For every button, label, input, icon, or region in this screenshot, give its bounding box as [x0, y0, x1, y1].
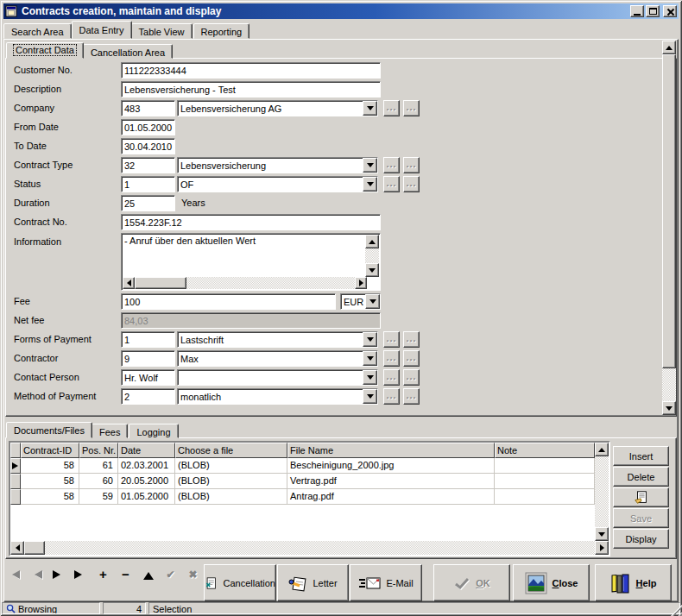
company-combo[interactable]: Lebensversicherung AG [177, 100, 378, 116]
from-date-input[interactable]: 01.05.2000 [121, 119, 175, 135]
status-combo[interactable]: OF [177, 176, 378, 192]
insert-button[interactable]: Insert [613, 446, 669, 466]
description-input[interactable]: Lebensversicherung - Test [121, 81, 381, 97]
col-pos-nr[interactable]: Pos. Nr. [79, 443, 118, 458]
nav-delete-button[interactable]: − [119, 569, 132, 581]
scroll-up-button[interactable] [365, 235, 379, 248]
documents-grid[interactable]: Contract-ID Pos. Nr. Date Choose a file … [9, 441, 610, 556]
forms-of-payment-dropdown-button[interactable] [363, 332, 377, 347]
company-detail-button[interactable]: ... [403, 100, 420, 116]
table-row[interactable]: 58 60 20.05.2000 (BLOB) Vertrag.pdf [10, 474, 595, 489]
fee-input[interactable]: 100 [121, 293, 336, 310]
nav-edit-button[interactable] [142, 569, 155, 581]
nav-next-button[interactable] [52, 569, 65, 581]
scroll-thumb[interactable] [135, 277, 186, 289]
scroll-right-button[interactable] [595, 541, 609, 555]
method-of-payment-lookup-button[interactable]: ... [383, 388, 400, 405]
cancellation-button[interactable]: Cancellation [204, 564, 276, 601]
contract-type-detail-button[interactable]: ... [403, 157, 420, 173]
scroll-up-button[interactable] [662, 41, 676, 54]
minimize-button[interactable] [630, 5, 644, 17]
information-hscrollbar[interactable] [123, 277, 367, 289]
tab-table-view[interactable]: Table View [131, 23, 193, 39]
contact-person-detail-button[interactable]: ... [403, 369, 420, 386]
method-of-payment-code-input[interactable]: 2 [121, 388, 175, 405]
nav-insert-button[interactable]: + [97, 569, 110, 581]
letter-button[interactable]: Letter [277, 564, 349, 601]
tab-reporting[interactable]: Reporting [193, 23, 250, 39]
contract-no-input[interactable]: 1554.223F.12 [121, 214, 381, 230]
forms-of-payment-detail-button[interactable]: ... [403, 331, 420, 348]
tab-data-entry[interactable]: Data Entry [72, 21, 132, 39]
contractor-lookup-button[interactable]: ... [383, 350, 400, 367]
scroll-right-button[interactable] [355, 277, 367, 289]
customer-no-input[interactable]: 111222333444 [121, 62, 381, 79]
information-memo[interactable]: - Anruf über den aktuellen Wert [121, 233, 381, 291]
grid-vscrollbar[interactable] [595, 443, 609, 541]
forms-of-payment-combo[interactable]: Lastschrift [177, 331, 378, 348]
currency-dropdown-button[interactable] [365, 294, 380, 309]
table-row[interactable]: 58 59 01.05.2000 (BLOB) Antrag.pdf [10, 489, 595, 505]
company-dropdown-button[interactable] [363, 101, 377, 116]
status-detail-button[interactable]: ... [403, 176, 420, 192]
col-choose-file[interactable]: Choose a file [175, 443, 287, 458]
delete-button[interactable]: Delete [613, 467, 669, 487]
scroll-down-button[interactable] [662, 401, 676, 415]
form-vscrollbar[interactable] [662, 41, 676, 415]
contractor-combo[interactable]: Max [177, 350, 378, 367]
nav-first-button[interactable] [7, 569, 20, 581]
contractor-code-input[interactable]: 9 [121, 350, 175, 367]
information-vscrollbar[interactable] [365, 235, 379, 277]
contract-type-dropdown-button[interactable] [363, 158, 377, 173]
status-lookup-button[interactable]: ... [383, 176, 400, 192]
col-note[interactable]: Note [495, 443, 595, 458]
method-of-payment-detail-button[interactable]: ... [403, 388, 420, 405]
to-date-input[interactable]: 30.04.2010 [121, 138, 175, 154]
grid-hscrollbar[interactable] [10, 541, 609, 555]
close-button[interactable]: Close [513, 564, 590, 601]
tab-documents-files[interactable]: Documents/Files [6, 422, 92, 438]
scroll-left-button[interactable] [123, 277, 135, 289]
company-code-input[interactable]: 483 [121, 100, 175, 116]
scroll-down-button[interactable] [595, 527, 609, 541]
maximize-button[interactable] [646, 5, 660, 17]
method-of-payment-dropdown-button[interactable] [363, 389, 377, 404]
duration-input[interactable]: 25 [121, 195, 175, 211]
scroll-up-button[interactable] [595, 443, 609, 456]
method-of-payment-combo[interactable]: monatlich [177, 388, 378, 405]
close-window-button[interactable] [663, 5, 677, 17]
email-button[interactable]: E-Mail [350, 564, 422, 601]
tab-fees[interactable]: Fees [92, 424, 128, 438]
forms-of-payment-lookup-button[interactable]: ... [383, 331, 400, 348]
table-row[interactable]: 58 61 02.03.2001 (BLOB) Bescheinigung_20… [10, 458, 595, 474]
contact-person-combo[interactable] [177, 369, 378, 386]
contractor-dropdown-button[interactable] [363, 351, 377, 366]
tab-search-area[interactable]: Search Area [3, 23, 72, 39]
contract-type-code-input[interactable]: 32 [121, 157, 175, 173]
display-button[interactable]: Display [613, 529, 669, 549]
col-contract-id[interactable]: Contract-ID [21, 443, 79, 458]
tab-contract-data[interactable]: Contract Data [6, 42, 84, 59]
col-date[interactable]: Date [118, 443, 175, 458]
col-file-name[interactable]: File Name [287, 443, 495, 458]
forms-of-payment-code-input[interactable]: 1 [121, 331, 175, 348]
contract-type-combo[interactable]: Lebensversicherung [177, 157, 378, 173]
contact-person-dropdown-button[interactable] [363, 370, 377, 385]
contract-type-lookup-button[interactable]: ... [383, 157, 400, 173]
contact-person-lookup-button[interactable]: ... [383, 369, 400, 386]
scroll-thumb[interactable] [24, 541, 45, 555]
company-lookup-button[interactable]: ... [383, 100, 400, 116]
nav-prior-button[interactable] [29, 569, 42, 581]
tab-logging[interactable]: Logging [129, 424, 178, 438]
scroll-thumb[interactable] [662, 54, 676, 368]
nav-last-button[interactable] [74, 569, 87, 581]
scroll-left-button[interactable] [10, 541, 24, 555]
contractor-detail-button[interactable]: ... [403, 350, 420, 367]
help-button[interactable]: Help [595, 564, 672, 601]
status-dropdown-button[interactable] [363, 177, 377, 192]
tab-cancellation-area[interactable]: Cancellation Area [83, 44, 173, 59]
currency-combo[interactable]: EUR [340, 293, 381, 310]
status-code-input[interactable]: 1 [121, 176, 175, 192]
choose-file-button[interactable] [613, 487, 669, 507]
contact-person-code-input[interactable]: Hr. Wolf [121, 369, 175, 386]
